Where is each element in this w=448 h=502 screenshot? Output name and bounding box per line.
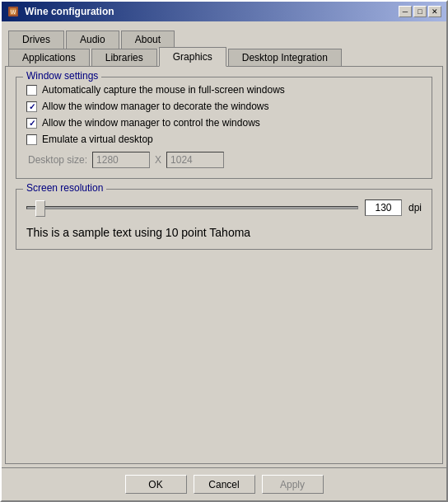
checkbox-control-windows[interactable] bbox=[26, 118, 37, 129]
x-separator: X bbox=[155, 154, 161, 166]
content-area: Drives Audio About Applications Librarie… bbox=[2, 21, 446, 467]
screen-resolution-fieldset: Screen resolution dpi This is a sample t… bbox=[16, 189, 432, 250]
svg-text:W: W bbox=[11, 9, 16, 15]
minimize-button[interactable]: ─ bbox=[399, 6, 412, 17]
bottom-bar: OK Cancel Apply bbox=[2, 467, 446, 500]
tab-panel-graphics: Window settings Automatically capture th… bbox=[5, 66, 443, 464]
window-settings-legend: Window settings bbox=[23, 70, 101, 82]
desktop-height-input[interactable] bbox=[166, 152, 224, 168]
dpi-slider-thumb[interactable] bbox=[35, 200, 45, 217]
tabs-row2: Applications Libraries Graphics Desktop … bbox=[5, 46, 443, 66]
window-settings-fieldset: Window settings Automatically capture th… bbox=[16, 77, 432, 179]
tab-audio[interactable]: Audio bbox=[66, 30, 119, 49]
checkbox-decorate-windows[interactable] bbox=[26, 101, 37, 112]
screen-resolution-legend: Screen resolution bbox=[23, 182, 106, 194]
desktop-width-input[interactable] bbox=[92, 152, 150, 168]
tabs-row1: Drives Audio About bbox=[5, 25, 443, 46]
maximize-button[interactable]: □ bbox=[413, 6, 427, 17]
dpi-label: dpi bbox=[408, 202, 422, 213]
checkbox-capture-mouse[interactable] bbox=[26, 85, 37, 96]
dpi-slider-container bbox=[26, 199, 358, 216]
checkbox-row-virtual-desktop: Emulate a virtual desktop bbox=[26, 134, 422, 145]
dpi-slider-track[interactable] bbox=[26, 206, 358, 209]
dpi-input[interactable] bbox=[365, 199, 402, 216]
cancel-button[interactable]: Cancel bbox=[194, 475, 255, 494]
title-bar: W Wine configuration ─ □ ✕ bbox=[2, 2, 446, 21]
tab-about[interactable]: About bbox=[121, 30, 175, 49]
tab-graphics[interactable]: Graphics bbox=[159, 47, 226, 67]
checkbox-row-decorate-windows: Allow the window manager to decorate the… bbox=[26, 101, 422, 112]
title-bar-left: W Wine configuration bbox=[7, 5, 114, 18]
wine-icon: W bbox=[7, 5, 20, 18]
apply-button[interactable]: Apply bbox=[262, 475, 324, 494]
label-control-windows[interactable]: Allow the window manager to control the … bbox=[42, 117, 260, 129]
main-window: W Wine configuration ─ □ ✕ Drives Audio … bbox=[0, 0, 448, 502]
label-virtual-desktop[interactable]: Emulate a virtual desktop bbox=[42, 134, 153, 145]
checkbox-row-capture-mouse: Automatically capture the mouse in full-… bbox=[26, 84, 422, 96]
sample-text: This is a sample text using 10 point Tah… bbox=[26, 226, 422, 239]
ok-button[interactable]: OK bbox=[125, 475, 187, 494]
desktop-size-row: Desktop size: X bbox=[26, 152, 422, 168]
checkbox-virtual-desktop[interactable] bbox=[26, 134, 37, 145]
label-capture-mouse[interactable]: Automatically capture the mouse in full-… bbox=[42, 84, 285, 96]
close-button[interactable]: ✕ bbox=[428, 6, 441, 17]
window-title: Wine configuration bbox=[25, 6, 114, 17]
title-bar-buttons: ─ □ ✕ bbox=[399, 6, 441, 17]
checkbox-row-control-windows: Allow the window manager to control the … bbox=[26, 117, 422, 129]
label-decorate-windows[interactable]: Allow the window manager to decorate the… bbox=[42, 101, 268, 112]
slider-row: dpi bbox=[26, 199, 422, 216]
tab-drives[interactable]: Drives bbox=[8, 30, 64, 49]
desktop-size-label: Desktop size: bbox=[28, 154, 87, 166]
